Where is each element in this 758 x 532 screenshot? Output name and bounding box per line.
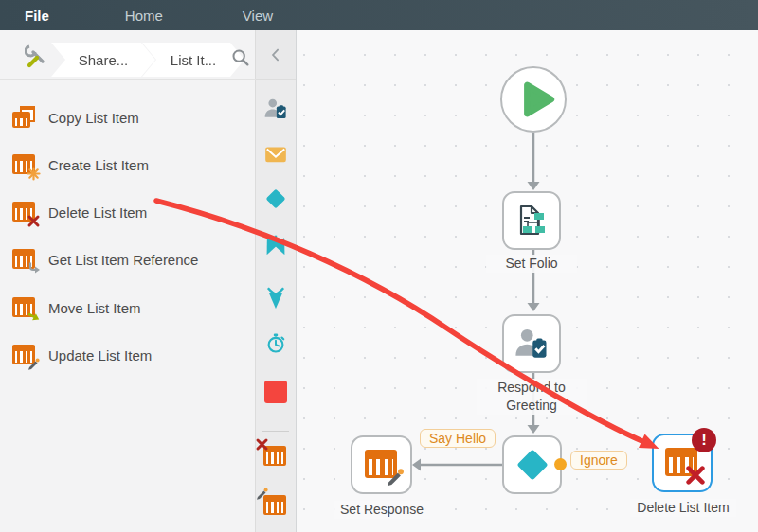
update-list-item-tool-icon[interactable] [263, 495, 288, 520]
set-folio-node[interactable] [502, 191, 561, 250]
copy-list-item-icon [12, 107, 35, 128]
decision-node[interactable] [502, 435, 562, 494]
create-list-item-icon [12, 154, 35, 175]
list-item-move[interactable]: Move List Item [0, 286, 256, 329]
toolbar-divider [262, 431, 289, 432]
breadcrumb-segment-share[interactable]: Share... [51, 43, 155, 77]
end-icon[interactable] [263, 380, 288, 404]
start-node[interactable] [500, 66, 567, 133]
user-task-icon[interactable] [263, 97, 288, 121]
list-item-label: Delete List Item [48, 204, 147, 221]
list-item-label: Get List Item Reference [48, 252, 198, 268]
list-item-label: Move List Item [48, 300, 141, 316]
breadcrumb: Share... List It... [0, 34, 256, 80]
search-icon[interactable] [230, 47, 251, 68]
collapse-panel-button[interactable] [256, 30, 296, 80]
delete-list-item-icon [12, 202, 35, 222]
update-list-item-icon [365, 450, 399, 480]
split-icon[interactable] [263, 233, 288, 257]
delete-list-item-icon [665, 448, 699, 478]
get-list-item-reference-icon [12, 249, 35, 270]
menu-view[interactable]: View [229, 8, 286, 24]
list-item-get-reference[interactable]: Get List Item Reference [0, 238, 256, 281]
workflow-designer-app: File Home View Share... List It... Copy … [0, 0, 758, 532]
decision-icon[interactable] [263, 186, 288, 211]
timer-icon[interactable] [263, 330, 288, 355]
error-badge[interactable]: ! [692, 428, 716, 452]
set-response-label: Set Response [334, 501, 430, 519]
menu-file[interactable]: File [11, 8, 63, 24]
set-folio-icon [514, 203, 550, 239]
workflow-canvas[interactable]: Set Folio Respond to Greeting [297, 30, 758, 532]
decision-icon [512, 444, 553, 486]
email-icon[interactable] [263, 142, 288, 167]
list-item-delete[interactable]: Delete List Item [0, 190, 256, 234]
respond-to-greeting-node[interactable] [502, 314, 561, 373]
chevron-left-icon [266, 45, 285, 64]
delete-list-item-node-label: Delete List Item [630, 499, 736, 517]
menubar: File Home View [0, 0, 758, 30]
respond-to-greeting-label: Respond to Greeting [477, 379, 587, 415]
set-response-node[interactable] [351, 435, 412, 494]
delete-list-item-tool-icon[interactable] [263, 446, 288, 470]
update-list-item-icon [12, 345, 35, 365]
ignore-edge-label[interactable]: Ignore [570, 451, 627, 470]
decision-outcome-dot[interactable] [554, 458, 567, 470]
list-item-label: Update List Item [48, 347, 152, 364]
delete-list-item-node[interactable]: ! [652, 434, 713, 492]
list-item-label: Copy List Item [48, 110, 139, 126]
list-item-copy[interactable]: Copy List Item [0, 96, 256, 139]
list-item-label: Create List Item [48, 157, 149, 173]
start-play-icon [502, 66, 565, 133]
menu-home[interactable]: Home [112, 8, 176, 24]
list-item-update[interactable]: Update List Item [0, 333, 256, 377]
node-palette-toolbar [256, 30, 297, 532]
tools-icon [25, 44, 51, 70]
move-list-item-icon [12, 297, 35, 318]
list-item-create[interactable]: Create List Item [0, 143, 256, 186]
wizard-sidebar: Share... List It... Copy List Item C [0, 30, 256, 532]
user-task-icon [514, 326, 550, 362]
merge-icon[interactable] [263, 284, 288, 309]
breadcrumb-segment-list-item[interactable]: List It... [142, 43, 244, 77]
set-folio-label: Set Folio [486, 255, 577, 273]
say-hello-edge-label[interactable]: Say Hello [420, 429, 496, 448]
